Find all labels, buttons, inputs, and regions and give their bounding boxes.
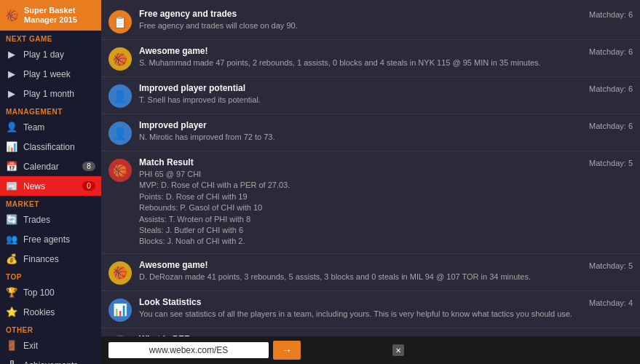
trades-icon: 🔄 [6,214,17,225]
sidebar-item-label: Top 100 [23,288,95,298]
news-content: Improved player potentialMatchday: 6T. S… [139,83,633,106]
team-icon: 👤 [6,122,17,132]
sidebar-item-label: Play 1 month [23,89,95,99]
news-badge: 0 [82,181,95,191]
section-label-next-game: NEXT GAME [0,31,101,44]
news-body: PHI 65 @ 97 CHI MVP: D. Rose of CHI with… [139,169,633,248]
news-icon: 👤 [108,122,132,145]
sidebar-item-achievements[interactable]: 🎖Achievements [0,355,101,364]
sidebar-item-label: Finances [23,254,95,264]
sidebar-item-top-100[interactable]: 🏆Top 100 [0,282,101,302]
news-item[interactable]: 👤Improved player potentialMatchday: 6T. … [101,77,640,114]
news-icon: 📊 [108,298,132,322]
news-item[interactable]: 📋Free agency and tradesMatchday: 6Free a… [101,3,640,40]
section-label-other: OTHER [0,322,101,336]
news-item[interactable]: 👤Improved playerMatchday: 6N. Mirotic ha… [101,114,640,151]
news-item[interactable]: ❓What is PERMatchday: 4One of the most i… [101,328,640,336]
app-header: 🏀 Super Basket Manager 2015 [0,0,101,31]
sidebar-item-play-1-day[interactable]: ▶Play 1 day [0,44,101,64]
news-icon: 📰 [6,181,17,191]
news-content: Look StatisticsMatchday: 4You can see st… [139,297,633,320]
news-header-row: Free agency and tradesMatchday: 6 [139,9,633,20]
sidebar-item-label: Achievements [23,360,95,364]
sidebar-item-finances[interactable]: 💰Finances [0,249,101,269]
news-body: You can see statistics of all the player… [139,309,633,320]
calendar-icon: 📅 [6,161,17,172]
ad-url: www.webex.com/ES [108,342,269,358]
news-body: T. Snell has improved its potential. [139,95,633,106]
news-list: 📋Free agency and tradesMatchday: 6Free a… [101,0,640,336]
exit-icon: 🚪 [6,340,17,351]
section-label-market: MARKET [0,196,101,210]
top-100-icon: 🏆 [6,287,17,298]
news-item[interactable]: 🏀Awesome game!Matchday: 5D. DeRozan made… [101,254,640,291]
rookies-icon: ⭐ [6,306,17,317]
sidebar-item-label: Free agents [23,234,95,245]
news-body: Free agency and trades will close on day… [139,20,633,31]
news-matchday: Matchday: 6 [589,122,633,130]
free-agents-icon: 👥 [6,234,17,245]
news-matchday: Matchday: 6 [589,47,633,56]
news-item[interactable]: 🏀Awesome game!Matchday: 6S. Muhammad mad… [101,40,640,77]
news-title: Awesome game! [139,260,208,270]
news-title: Free agency and trades [139,9,237,19]
news-header-row: Awesome game!Matchday: 6 [139,46,633,58]
news-matchday: Matchday: 6 [589,84,633,93]
calendar-badge: 8 [82,162,95,171]
sidebar-item-classification[interactable]: 📊Classification [0,137,101,157]
sidebar-item-team[interactable]: 👤Team [0,117,101,137]
sidebar-item-label: Play 1 day [23,50,95,60]
news-icon: 🏀 [108,159,132,182]
news-matchday: Matchday: 6 [589,10,633,19]
app-logo: 🏀 [6,7,18,23]
ad-go-button[interactable]: → [273,341,301,360]
news-matchday: Matchday: 5 [589,159,633,167]
play-1-day-icon: ▶ [6,49,17,60]
news-header-row: Match ResultMatchday: 5 [139,157,633,169]
news-content: Awesome game!Matchday: 6S. Muhammad made… [139,46,633,68]
sidebar-item-label: Classification [23,142,95,152]
sidebar-item-play-1-month[interactable]: ▶Play 1 month [0,84,101,103]
sidebar-item-label: Team [23,122,95,132]
news-content: Free agency and tradesMatchday: 6Free ag… [139,9,633,31]
news-header-row: Look StatisticsMatchday: 4 [139,297,633,309]
news-content: Improved playerMatchday: 6N. Mirotic has… [139,120,633,143]
sidebar-item-free-agents[interactable]: 👥Free agents [0,229,101,249]
news-title: Improved player [139,120,207,130]
news-body: D. DeRozan made 41 points, 3 rebounds, 5… [139,272,633,282]
section-label-management: MANAGEMENT [0,103,101,117]
section-label-top: TOP [0,269,101,282]
news-content: Match ResultMatchday: 5PHI 65 @ 97 CHI M… [139,157,633,248]
sidebar-item-news[interactable]: 📰News0 [0,176,101,196]
news-title: Match Result [139,157,194,167]
news-title: Awesome game! [139,46,208,56]
finances-icon: 💰 [6,253,17,264]
news-icon: 📋 [108,10,132,33]
ad-close-button[interactable]: ✕ [392,344,404,356]
app-title: Super Basket Manager 2015 [24,6,95,25]
news-matchday: Matchday: 5 [589,261,633,270]
main-content: 📋Free agency and tradesMatchday: 6Free a… [101,0,640,364]
sidebar-item-label: Trades [23,215,95,225]
news-header-row: Improved player potentialMatchday: 6 [139,83,633,95]
achievements-icon: 🎖 [6,360,17,364]
sidebar-item-label: Exit [23,341,95,351]
news-title: Look Statistics [139,297,201,307]
news-icon: 👤 [108,84,132,108]
news-icon: 🏀 [108,47,132,71]
news-item[interactable]: 📊Look StatisticsMatchday: 4You can see s… [101,291,640,328]
sidebar-item-rookies[interactable]: ⭐Rookies [0,302,101,322]
news-item[interactable]: 🏀Match ResultMatchday: 5PHI 65 @ 97 CHI … [101,151,640,254]
news-body: S. Muhammad made 47 points, 2 rebounds, … [139,58,633,68]
news-icon: 🏀 [108,261,132,285]
news-header-row: Awesome game!Matchday: 5 [139,260,633,272]
sidebar-item-calendar[interactable]: 📅Calendar8 [0,157,101,176]
news-matchday: Matchday: 4 [589,298,633,307]
sidebar-item-exit[interactable]: 🚪Exit [0,336,101,355]
sidebar-item-label: Rookies [23,307,95,317]
sidebar-item-trades[interactable]: 🔄Trades [0,210,101,229]
sidebar: 🏀 Super Basket Manager 2015 NEXT GAME▶Pl… [0,0,101,364]
ad-banner: www.webex.com/ES → ✕ [101,336,640,364]
sidebar-item-play-1-week[interactable]: ▶Play 1 week [0,64,101,84]
sidebar-item-label: News [23,181,76,191]
